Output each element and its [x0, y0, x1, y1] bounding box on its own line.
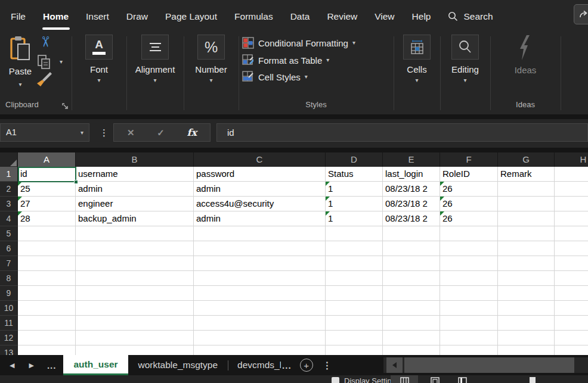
cell-F10[interactable] — [440, 301, 498, 316]
cell-C8[interactable] — [194, 271, 326, 286]
cell-D8[interactable] — [326, 271, 383, 286]
cell-B12[interactable] — [76, 331, 194, 345]
cell-H7[interactable] — [555, 256, 588, 271]
scroll-left-button[interactable] — [386, 357, 403, 373]
cell-G9[interactable] — [498, 286, 555, 301]
cell-E10[interactable] — [383, 301, 440, 316]
cell-C10[interactable] — [194, 301, 326, 316]
row-header-1[interactable]: 1 — [0, 167, 18, 182]
select-all-corner[interactable] — [0, 152, 18, 167]
cell-E1[interactable]: last_login — [383, 167, 440, 182]
cell-E7[interactable] — [383, 256, 440, 271]
menu-item-view[interactable]: View — [375, 0, 394, 33]
cell-D5[interactable] — [326, 226, 383, 241]
cell-C2[interactable]: admin — [194, 182, 326, 197]
copy-dropdown-caret[interactable]: ▾ — [60, 59, 63, 65]
cell-A7[interactable] — [18, 256, 76, 271]
cell-H3[interactable] — [555, 197, 588, 211]
cell-C7[interactable] — [194, 256, 326, 271]
share-button[interactable] — [574, 4, 588, 24]
editing-dropdown-caret[interactable]: ▾ — [440, 77, 490, 83]
cell-styles-button[interactable]: Cell Styles ▾ — [242, 70, 308, 83]
cell-G11[interactable] — [498, 316, 555, 331]
paste-button[interactable]: Paste ▾ — [5, 35, 36, 88]
ideas-button[interactable]: Ideas — [490, 35, 561, 75]
cell-H5[interactable] — [555, 226, 588, 241]
sheet-tab-worktable-msgtype[interactable]: worktable_msgtype — [128, 355, 228, 375]
cell-G10[interactable] — [498, 301, 555, 316]
cell-F1[interactable]: RoleID — [440, 167, 498, 182]
cell-B11[interactable] — [76, 316, 194, 331]
formula-bar-dots-icon[interactable]: ⋮ — [100, 123, 109, 142]
conditional-formatting-button[interactable]: Conditional Formatting ▾ — [242, 36, 355, 49]
sheet-tab-devcmds[interactable]: devcmds_ba — [228, 355, 281, 375]
cell-E4[interactable]: 08/23/18 2 — [383, 211, 440, 226]
cell-D13[interactable] — [326, 345, 383, 355]
row-header-9[interactable]: 9 — [0, 286, 18, 301]
name-box-caret[interactable]: ▾ — [81, 130, 83, 136]
row-header-2[interactable]: 2 — [0, 182, 18, 197]
cell-E9[interactable] — [383, 286, 440, 301]
cell-G4[interactable] — [498, 211, 555, 226]
editing-group-button[interactable]: Editing ▾ — [440, 35, 490, 83]
cell-G2[interactable] — [498, 182, 555, 197]
cell-G7[interactable] — [498, 256, 555, 271]
cell-G6[interactable] — [498, 241, 555, 256]
cell-B3[interactable]: engineer — [76, 197, 194, 211]
cell-H13[interactable] — [555, 345, 588, 355]
cell-H4[interactable] — [555, 211, 588, 226]
cell-B4[interactable]: backup_admin — [76, 211, 194, 226]
cell-H8[interactable] — [555, 271, 588, 286]
alignment-group-button[interactable]: Alignment ▾ — [126, 35, 184, 83]
cells-group-button[interactable]: Cells ▾ — [394, 35, 440, 83]
cell-F11[interactable] — [440, 316, 498, 331]
menu-item-data[interactable]: Data — [290, 0, 310, 33]
menu-item-home[interactable]: Home — [43, 0, 69, 33]
menu-item-file[interactable]: File — [11, 0, 26, 33]
column-header-D[interactable]: D — [326, 152, 383, 167]
cell-B8[interactable] — [76, 271, 194, 286]
horizontal-scrollbar-thumb[interactable] — [404, 357, 574, 373]
format-as-table-button[interactable]: Format as Table ▾ — [242, 54, 329, 67]
cell-H9[interactable] — [555, 286, 588, 301]
page-break-view-button[interactable] — [448, 375, 476, 383]
cells-dropdown-caret[interactable]: ▾ — [394, 77, 440, 83]
cell-H6[interactable] — [555, 241, 588, 256]
cell-A12[interactable] — [18, 331, 76, 345]
cell-A2[interactable]: 25 — [18, 182, 76, 197]
column-header-C[interactable]: C — [194, 152, 326, 167]
row-header-3[interactable]: 3 — [0, 197, 18, 211]
page-layout-view-button[interactable] — [421, 375, 448, 383]
cell-D9[interactable] — [326, 286, 383, 301]
column-header-F[interactable]: F — [440, 152, 498, 167]
cell-D10[interactable] — [326, 301, 383, 316]
cell-D2[interactable]: 1 — [326, 182, 383, 197]
name-box[interactable]: A1 ▾ — [0, 123, 89, 142]
cell-C11[interactable] — [194, 316, 326, 331]
cell-E5[interactable] — [383, 226, 440, 241]
cell-G5[interactable] — [498, 226, 555, 241]
add-sheet-button[interactable]: + — [300, 359, 313, 372]
cell-E12[interactable] — [383, 331, 440, 345]
menu-item-help[interactable]: Help — [412, 0, 431, 33]
sheet-tab-auth-user[interactable]: auth_user — [63, 355, 128, 375]
cell-B1[interactable]: username — [76, 167, 194, 182]
cell-A9[interactable] — [18, 286, 76, 301]
copy-button[interactable] — [37, 54, 52, 72]
row-header-7[interactable]: 7 — [0, 256, 18, 271]
cell-C1[interactable]: password — [194, 167, 326, 182]
cell-H1[interactable] — [555, 167, 588, 182]
row-header-5[interactable]: 5 — [0, 226, 18, 241]
number-group-button[interactable]: % Number ▾ — [184, 35, 239, 83]
cell-A4[interactable]: 28 — [18, 211, 76, 226]
menu-item-page-layout[interactable]: Page Layout — [165, 0, 217, 33]
cell-A5[interactable] — [18, 226, 76, 241]
cell-G3[interactable] — [498, 197, 555, 211]
cell-A13[interactable] — [18, 345, 76, 355]
row-header-6[interactable]: 6 — [0, 241, 18, 256]
insert-function-icon[interactable]: fx — [187, 127, 197, 138]
cell-E2[interactable]: 08/23/18 2 — [383, 182, 440, 197]
cell-H11[interactable] — [555, 316, 588, 331]
cell-F6[interactable] — [440, 241, 498, 256]
column-header-H[interactable]: H — [555, 152, 588, 167]
